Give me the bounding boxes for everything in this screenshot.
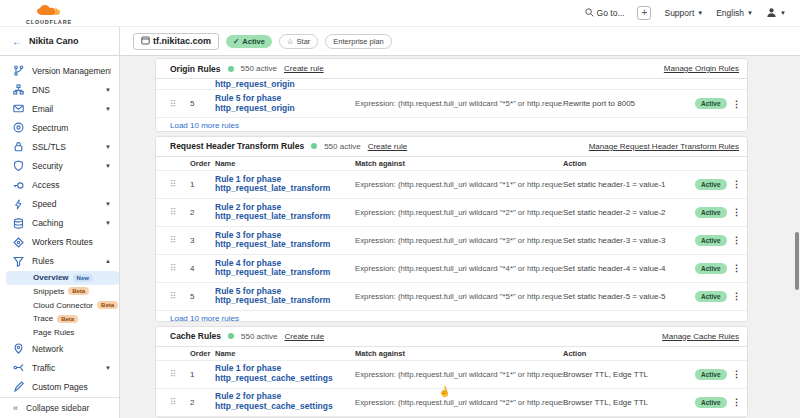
rule-order: 5 [190,292,215,301]
section-title: Cache Rules [170,331,221,341]
load-more-rules-link[interactable]: Load 10 more rules [156,310,747,322]
site-header: ← Nikita Cano tf.nikitac.com ✓ Active ☆ … [0,27,800,56]
language-menu[interactable]: English ▼ [716,8,753,18]
manage-rht-rules-link[interactable]: Manage Request Header Transform Rules [589,142,739,151]
rule-name-link[interactable]: Rule 1 for phasehttp_request_late_transf… [215,175,355,195]
rule-name-link[interactable]: Rule 5 for phase http_request_origin [215,94,355,114]
add-site-button[interactable]: + [637,6,651,20]
sidebar-item-ssl-tls[interactable]: SSL/TLS ▼ [0,137,119,156]
sidebar-item-speed[interactable]: Speed ▼ [0,195,119,214]
goto-search[interactable]: Go to... [585,8,625,19]
column-order: Order [190,349,215,358]
kebab-menu-icon[interactable]: ⋮ [727,369,747,379]
kebab-menu-icon[interactable]: ⋮ [727,235,747,245]
account-breadcrumb[interactable]: ← Nikita Cano [0,27,120,55]
column-order: Order [190,159,215,168]
spectrum-icon [13,122,24,133]
create-rule-link[interactable]: Create rule [284,64,324,73]
rule-order: 4 [190,264,215,273]
create-rule-link[interactable]: Create rule [368,142,408,151]
kebab-menu-icon[interactable]: ⋮ [727,263,747,273]
manage-origin-rules-link[interactable]: Manage Origin Rules [664,64,739,73]
chevron-down-icon: ▼ [105,87,111,93]
rule-action: Rewrite port to 8005 [563,99,695,108]
rule-name-link[interactable]: Rule 2 for phasehttp_request_cache_setti… [215,392,355,412]
load-more-rules-link[interactable]: Load 10 more rules [156,117,747,132]
support-label: Support [664,8,694,18]
column-match: Match against [355,159,563,168]
rule-match-expression: Expression: (http.request.full_uri wildc… [355,208,563,217]
scrollbar-thumb[interactable] [795,232,799,290]
rule-name-link[interactable]: Rule 2 for phasehttp_request_late_transf… [215,203,355,223]
column-name: Name [215,159,355,168]
location-pin-icon [13,343,24,354]
column-match: Match against [355,349,563,358]
top-bar: CLOUDFLARE Go to... + Support ▼ English … [0,0,800,27]
sidebar-item-caching[interactable]: Caching ▼ [0,214,119,233]
sidebar-item-spectrum[interactable]: Spectrum [0,118,119,137]
sidebar-item-version-management[interactable]: Version Management [0,61,119,80]
rule-order: 3 [190,236,215,245]
top-bar-menu: Go to... + Support ▼ English ▼ ▼ [585,6,786,20]
rule-match-expression: Expression: (http.request.full_uri wildc… [355,99,563,108]
status-badge: Active [695,397,727,408]
rule-name-link[interactable]: http_request_origin [215,79,741,89]
section-title: Origin Rules [170,64,221,74]
rule-name-link[interactable]: Rule 3 for phasehttp_request_late_transf… [215,231,355,251]
cloudflare-logo[interactable]: CLOUDFLARE [26,3,72,26]
sidebar-item-rules-page-rules[interactable]: Page Rules [0,326,119,340]
rule-name-link[interactable]: Rule 5 for phasehttp_request_late_transf… [215,287,355,307]
rule-name-link[interactable]: Rule 1 for phasehttp_request_cache_setti… [215,364,355,384]
sidebar-item-rules-cloud-connector[interactable]: Cloud Connector Beta [0,298,119,312]
active-count: 550 active [241,332,277,341]
drag-handle-icon[interactable]: ⠿ [170,179,190,189]
support-menu[interactable]: Support ▼ [664,8,703,18]
drag-handle-icon[interactable]: ⠿ [170,369,190,379]
collapse-sidebar-button[interactable]: « Collapse sidebar [0,397,119,418]
git-branch-icon [13,65,24,76]
table-row: ⠿ 5 Rule 5 for phasehttp_request_late_tr… [156,282,747,310]
rule-order: 5 [190,99,215,108]
kebab-menu-icon[interactable]: ⋮ [727,99,747,109]
drag-handle-icon[interactable]: ⠿ [170,397,190,407]
kebab-menu-icon[interactable]: ⋮ [727,179,747,189]
sidebar-item-access[interactable]: Access [0,175,119,194]
create-rule-link[interactable]: Create rule [285,332,325,341]
chevron-down-icon: ▼ [105,163,111,169]
rule-action: Set static header-2 = value-2 [563,208,695,217]
kebab-menu-icon[interactable]: ⋮ [727,207,747,217]
sidebar-item-rules-snippets[interactable]: Snippets Beta [0,285,119,299]
sidebar-item-security[interactable]: Security ▼ [0,156,119,175]
chevron-up-icon: ▲ [105,258,111,264]
sidebar-item-rules-overview[interactable]: Overview New [6,271,119,285]
user-menu[interactable]: ▼ [766,7,786,20]
manage-cache-rules-link[interactable]: Manage Cache Rules [662,332,739,341]
drag-handle-icon[interactable]: ⠿ [170,263,190,273]
chevron-down-icon: ▼ [105,106,111,112]
chevron-down-icon: ▼ [697,10,703,16]
kebab-menu-icon[interactable]: ⋮ [727,291,747,301]
drag-handle-icon[interactable]: ⠿ [170,207,190,217]
drag-handle-icon[interactable]: ⠿ [170,291,190,301]
cloudflare-wordmark: CLOUDFLARE [26,20,72,26]
rule-name-link[interactable]: Rule 4 for phasehttp_request_late_transf… [215,259,355,279]
star-button[interactable]: ☆ Star [279,34,319,49]
status-badge: Active [695,263,727,274]
drag-handle-icon[interactable]: ⠿ [170,99,190,109]
drag-handle-icon[interactable]: ⠿ [170,235,190,245]
back-arrow-icon[interactable]: ← [12,36,22,47]
access-icon [13,180,24,191]
domain-selector[interactable]: tf.nikitac.com [133,33,219,50]
sidebar-item-rules-trace[interactable]: Trace Beta [0,312,119,326]
sidebar-item-traffic[interactable]: Traffic ▼ [0,358,119,377]
sidebar-item-custom-pages[interactable]: Custom Pages [0,377,119,396]
kebab-menu-icon[interactable]: ⋮ [727,397,747,407]
section-title: Request Header Transform Rules [170,141,304,151]
sidebar-item-network[interactable]: Network [0,339,119,358]
sidebar-item-email[interactable]: Email ▼ [0,99,119,118]
sidebar-item-workers-routes[interactable]: Workers Routes [0,233,119,252]
page-pen-icon [13,381,24,392]
sidebar-item-rules[interactable]: Rules ▲ [0,252,119,271]
shield-icon [13,160,24,171]
sidebar-item-dns[interactable]: DNS ▼ [0,80,119,99]
